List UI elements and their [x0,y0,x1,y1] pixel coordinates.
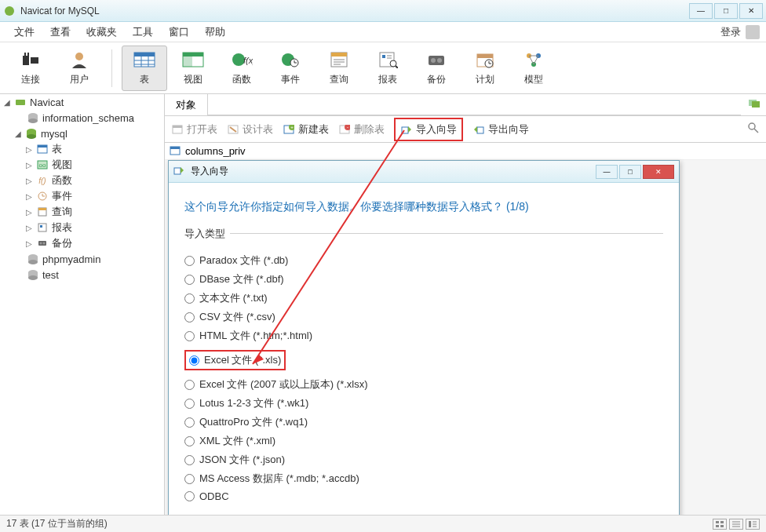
tree-db-test[interactable]: test [0,267,164,282]
view-mode-list-icon[interactable] [729,519,743,530]
object-list-item[interactable]: columns_priv [165,143,766,160]
import-type-radio[interactable] [184,474,195,484]
tree-db-information-schema[interactable]: information_schema [0,110,164,126]
export-icon [472,123,485,136]
fx-icon: f(x) [229,49,254,70]
import-type-radio[interactable] [184,436,195,446]
tree-root-navicat[interactable]: ◢ Navicat [0,94,164,110]
import-type-radio[interactable] [184,331,195,341]
delete-table-button[interactable]: - 删除表 [338,122,385,137]
tree-arrow-icon[interactable]: ▷ [25,208,33,217]
menu-view[interactable]: 查看 [42,25,78,39]
import-type-option[interactable]: JSON 文件 (*.json) [184,452,663,468]
import-type-radio[interactable] [189,355,199,366]
import-type-option[interactable]: Lotus 1-2-3 文件 (*.wk1) [184,395,663,411]
toolbar-user[interactable]: 用户 [57,46,102,91]
import-type-option[interactable]: Paradox 文件 (*.db) [184,253,663,268]
toolbar-report[interactable]: 报表 [365,46,410,91]
import-type-option[interactable]: ODBC [184,490,663,503]
svg-line-88 [754,129,758,133]
window-maximize-button[interactable]: □ [714,3,738,19]
menu-favorites[interactable]: 收藏夹 [78,25,125,39]
tree-arrow-icon[interactable]: ◢ [14,129,22,138]
tree-mysql-functions[interactable]: ▷ f() 函数 [0,173,164,188]
toolbar-function[interactable]: f(x) 函数 [219,46,264,91]
design-table-button[interactable]: 设计表 [227,122,273,137]
svg-text:-: - [347,125,348,129]
wizard-close-button[interactable]: ✕ [643,165,674,179]
import-wizard-button[interactable]: 导入向导 [394,118,463,141]
import-type-radio[interactable] [184,275,195,285]
menu-file[interactable]: 文件 [6,25,42,39]
toolbar-model[interactable]: 模型 [511,46,556,91]
toolbar-schedule[interactable]: 计划 [462,46,508,91]
import-type-radio[interactable] [184,380,195,390]
svg-rect-4 [27,53,29,56]
import-type-option[interactable]: Excel 文件 (2007 或以上版本) (*.xlsx) [184,377,663,392]
tree-arrow-icon[interactable]: ▷ [25,177,33,185]
export-wizard-button[interactable]: 导出向导 [472,122,529,137]
import-type-option[interactable]: HTML 文件 (*.htm;*.html) [184,328,663,344]
import-type-radio[interactable] [184,399,195,409]
tree-mysql-views[interactable]: ▷ oo 视图 [0,157,164,173]
toolbar-query[interactable]: 查询 [316,46,362,91]
toolbar-view[interactable]: 视图 [170,46,216,91]
toolbar-backup[interactable]: 备份 [414,46,459,91]
tree-arrow-icon[interactable]: ▷ [25,239,33,248]
open-table-button[interactable]: 打开表 [171,122,217,137]
tree-db-phpmyadmin[interactable]: phpmyadmin [0,251,164,267]
tree-arrow-icon[interactable]: ◢ [3,98,11,107]
toolbar-connect[interactable]: 连接 [8,46,53,91]
import-type-option[interactable]: 文本文件 (*.txt) [184,290,663,306]
toolbar-table[interactable]: 表 [122,46,167,91]
import-type-option[interactable]: XML 文件 (*.xml) [184,433,663,449]
tree-mysql-backups[interactable]: ▷ 备份 [0,235,164,251]
toolbar-view-label: 视图 [184,73,202,86]
toolbar-event[interactable]: 事件 [268,46,313,91]
add-tab-icon[interactable] [741,98,766,111]
import-type-option[interactable]: QuattroPro 文件 (*.wq1) [184,414,663,430]
report-icon [375,49,400,70]
import-type-option[interactable]: MS Access 数据库 (*.mdb; *.accdb) [184,471,663,486]
login-link[interactable]: 登录 [720,25,741,39]
view-small-icon: oo [36,159,49,170]
event-small-icon [36,191,49,202]
import-type-radio[interactable] [184,293,195,304]
menubar: 文件 查看 收藏夹 工具 窗口 帮助 登录 [0,22,766,42]
window-close-button[interactable]: ✕ [739,3,763,19]
view-mode-grid-icon[interactable] [713,519,727,530]
tree-mysql-queries[interactable]: ▷ 查询 [0,204,164,220]
import-type-radio[interactable] [184,455,195,465]
tree-arrow-icon[interactable]: ▷ [25,192,33,201]
tree-arrow-icon[interactable]: ▷ [25,161,33,169]
import-type-option[interactable]: CSV 文件 (*.csv) [184,309,663,325]
tree-mysql-reports[interactable]: ▷ 报表 [0,220,164,235]
menu-window[interactable]: 窗口 [161,25,197,39]
import-type-radio[interactable] [184,256,195,266]
plug-icon [18,49,43,70]
wizard-minimize-button[interactable]: ― [596,165,618,179]
search-icon[interactable] [747,122,760,137]
tree-db-mysql[interactable]: ◢ mysql [0,126,164,141]
import-type-radio[interactable] [184,312,195,322]
svg-point-5 [75,53,83,60]
new-table-button[interactable]: + 新建表 [283,122,329,137]
view-mode-detail-icon[interactable] [746,519,760,530]
menu-help[interactable]: 帮助 [197,25,233,39]
import-type-radio[interactable] [184,417,195,428]
import-type-option[interactable]: DBase 文件 (*.dbf) [184,271,663,287]
import-type-radio[interactable] [184,491,195,501]
menu-tools[interactable]: 工具 [125,25,161,39]
avatar-icon[interactable] [746,25,760,39]
navigation-tree[interactable]: ◢ Navicat information_schema ◢ mysql ▷ 表… [0,94,165,515]
wizard-maximize-button[interactable]: □ [619,165,641,179]
fx-small-icon: f() [36,175,49,186]
tree-mysql-tables[interactable]: ▷ 表 [0,141,164,157]
window-minimize-button[interactable]: ― [689,3,713,19]
tree-mysql-events[interactable]: ▷ 事件 [0,188,164,204]
tree-arrow-icon[interactable]: ▷ [25,224,33,232]
tree-arrow-icon[interactable]: ▷ [25,145,33,154]
tab-objects[interactable]: 对象 [165,94,208,115]
import-type-option[interactable]: Excel 文件 (*.xls) [184,350,286,370]
content-area: 对象 打开表 设计表 + 新建表 - 删除表 导入向导 [165,94,766,515]
